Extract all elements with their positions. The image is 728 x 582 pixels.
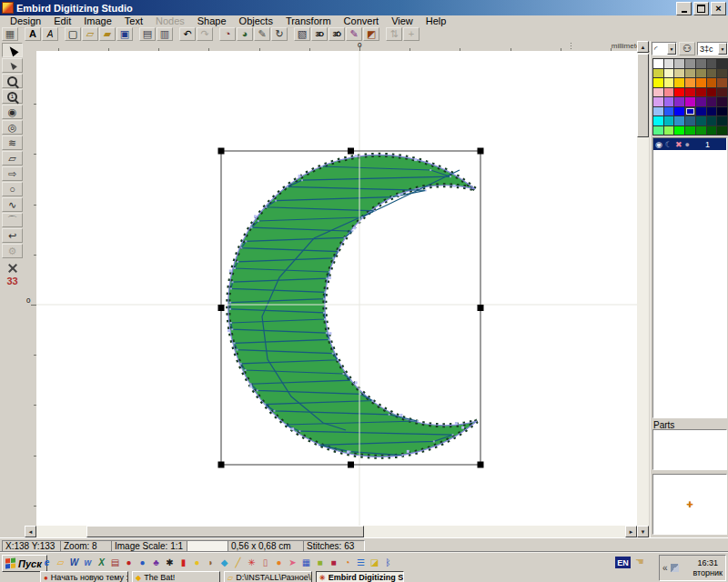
task-embird-button[interactable]: ✳Embird Digitizing Stud... bbox=[316, 571, 404, 582]
hoop-pattern-button[interactable]: ▦ bbox=[2, 27, 18, 41]
stitch-points-icon[interactable] bbox=[7, 263, 18, 274]
object-row-selected[interactable]: ◉ ☾ ✖ ● 1 bbox=[653, 138, 726, 150]
scroll-left-arrow[interactable]: ◄ bbox=[25, 526, 36, 537]
color-swatch[interactable] bbox=[674, 126, 684, 135]
color-swatch[interactable] bbox=[685, 116, 695, 125]
color-swatch[interactable] bbox=[685, 107, 695, 116]
fill-region-tool[interactable]: ◉ bbox=[2, 105, 23, 119]
copy-button[interactable]: ▤ bbox=[139, 27, 156, 41]
color-swatch[interactable] bbox=[664, 97, 674, 106]
color-swatch[interactable] bbox=[685, 69, 695, 78]
color-swatch[interactable] bbox=[696, 88, 706, 97]
color-swatch[interactable] bbox=[696, 116, 706, 125]
color-swatch[interactable] bbox=[653, 69, 663, 78]
bluetooth-icon[interactable]: ᛒ bbox=[381, 556, 395, 569]
books-app-icon[interactable]: ▤ bbox=[108, 556, 122, 569]
color-swatch[interactable] bbox=[674, 97, 684, 106]
color-swatch[interactable] bbox=[707, 97, 717, 106]
select-tool[interactable] bbox=[2, 43, 23, 57]
color-swatch[interactable] bbox=[707, 126, 717, 135]
density-gauge-button[interactable]: ◕ bbox=[237, 27, 253, 41]
color-swatch[interactable] bbox=[717, 107, 727, 116]
3d-density-button[interactable]: 3Ḋ bbox=[329, 27, 345, 41]
color-swatch[interactable] bbox=[674, 59, 684, 68]
clock[interactable]: 16:31 вторник bbox=[693, 558, 723, 578]
color-swatch[interactable] bbox=[717, 78, 727, 87]
tray-app-icon[interactable] bbox=[671, 564, 679, 572]
menu-transform[interactable]: Transform bbox=[279, 15, 338, 26]
selection-handle[interactable] bbox=[478, 148, 484, 155]
task-thebat-button[interactable]: ◆The Bat! bbox=[132, 571, 220, 582]
menu-convert[interactable]: Convert bbox=[338, 15, 386, 26]
color-swatch[interactable] bbox=[653, 97, 663, 106]
task-explorer-folder-button[interactable]: ▱D:\INSTALL\Разное\Embird bbox=[224, 571, 312, 582]
color-swatch[interactable] bbox=[696, 97, 706, 106]
sewing-pencil-button[interactable]: ✎ bbox=[346, 27, 362, 41]
color-swatch[interactable] bbox=[674, 88, 684, 97]
color-swatch[interactable] bbox=[653, 126, 663, 135]
clock-app-icon[interactable]: ◔ bbox=[340, 556, 354, 569]
speed-gauge-button[interactable]: ◔ bbox=[219, 27, 236, 41]
fill-hole-tool[interactable]: ◎ bbox=[2, 120, 23, 135]
color-swatch[interactable] bbox=[664, 69, 674, 78]
color-swatch[interactable] bbox=[653, 78, 663, 87]
red-ball-app-icon[interactable]: ● bbox=[122, 556, 136, 569]
lines-app-icon[interactable]: ☰ bbox=[354, 556, 368, 569]
color-swatch[interactable] bbox=[707, 107, 717, 116]
folder-shortcut-icon[interactable]: ▱ bbox=[54, 556, 67, 569]
selection-handle[interactable] bbox=[348, 462, 354, 468]
vertical-scrollbar[interactable]: ▲ ▼ bbox=[637, 41, 649, 537]
selection-handle[interactable] bbox=[218, 148, 225, 155]
wing-app-icon[interactable]: ➤ bbox=[286, 556, 299, 569]
design-canvas[interactable] bbox=[36, 51, 637, 526]
notes-app-icon[interactable]: ▯ bbox=[258, 556, 272, 569]
color-swatch[interactable] bbox=[653, 59, 663, 68]
duck-app-icon[interactable]: ● bbox=[190, 556, 204, 569]
chevron-down-icon[interactable]: ▼ bbox=[718, 43, 727, 55]
merge-design-button[interactable]: ▰ bbox=[99, 27, 116, 41]
pencil-app-icon[interactable]: ╱ bbox=[231, 556, 245, 569]
3d-view-button[interactable]: 3D bbox=[311, 27, 328, 41]
scroll-up-arrow[interactable]: ▲ bbox=[637, 41, 649, 53]
center-marker-button[interactable]: + bbox=[403, 27, 420, 41]
orange-ball-app-icon[interactable]: ● bbox=[272, 556, 286, 569]
title-bar[interactable]: Embird Digitizing Studio × bbox=[0, 0, 728, 15]
menu-objects[interactable]: Objects bbox=[233, 15, 279, 26]
edit-nodes-tool[interactable] bbox=[2, 58, 23, 73]
freehand-region-tool[interactable]: ○ bbox=[2, 182, 23, 196]
generate-tool[interactable]: ⚙ bbox=[2, 244, 23, 258]
stitch-order-button[interactable]: ⇅ bbox=[386, 27, 402, 41]
color-swatch[interactable] bbox=[707, 59, 717, 68]
color-swatch[interactable] bbox=[717, 97, 727, 106]
save-design-button[interactable]: ▣ bbox=[116, 27, 133, 41]
chevron-down-icon[interactable]: ▼ bbox=[667, 43, 676, 55]
color-swatch[interactable] bbox=[664, 107, 674, 116]
selection-handle[interactable] bbox=[348, 148, 354, 155]
minimize-button[interactable] bbox=[676, 2, 692, 15]
scroll-down-arrow[interactable]: ▼ bbox=[637, 526, 649, 537]
color-swatch[interactable] bbox=[653, 88, 663, 97]
selection-handle[interactable] bbox=[478, 305, 484, 311]
small-lettering-button[interactable]: A bbox=[42, 27, 58, 41]
diamond-app-icon[interactable]: ◆ bbox=[217, 556, 231, 569]
3d-window-button[interactable]: ▧ bbox=[294, 27, 310, 41]
color-swatch[interactable] bbox=[664, 88, 674, 97]
internet-explorer-icon[interactable]: e bbox=[40, 556, 54, 569]
color-swatch[interactable] bbox=[674, 116, 684, 125]
burst-app-icon[interactable]: ✳ bbox=[245, 556, 258, 569]
system-tray[interactable]: « 16:31 вторник bbox=[659, 555, 726, 581]
tool-app-icon[interactable]: ◪ bbox=[368, 556, 381, 569]
redo-button[interactable]: ↷ bbox=[197, 27, 213, 41]
color-swatch[interactable] bbox=[707, 116, 717, 125]
color-swatch[interactable] bbox=[685, 88, 695, 97]
color-swatch[interactable] bbox=[685, 78, 695, 87]
color-swatch[interactable] bbox=[685, 97, 695, 106]
zigzag-stitch-tool[interactable]: ∿ bbox=[2, 197, 23, 212]
outline-arrow-tool[interactable]: ⇨ bbox=[2, 166, 23, 181]
spider-app-icon[interactable]: ✱ bbox=[163, 556, 177, 569]
task-forum-button[interactable]: ●Начать новую тему :: B... bbox=[40, 571, 128, 582]
menu-image[interactable]: Image bbox=[77, 15, 118, 26]
curve-style-dropdown[interactable]: ◜ ▼ bbox=[652, 42, 677, 55]
green-app-icon[interactable]: ■ bbox=[313, 556, 327, 569]
lettering-button[interactable]: A bbox=[25, 27, 41, 41]
